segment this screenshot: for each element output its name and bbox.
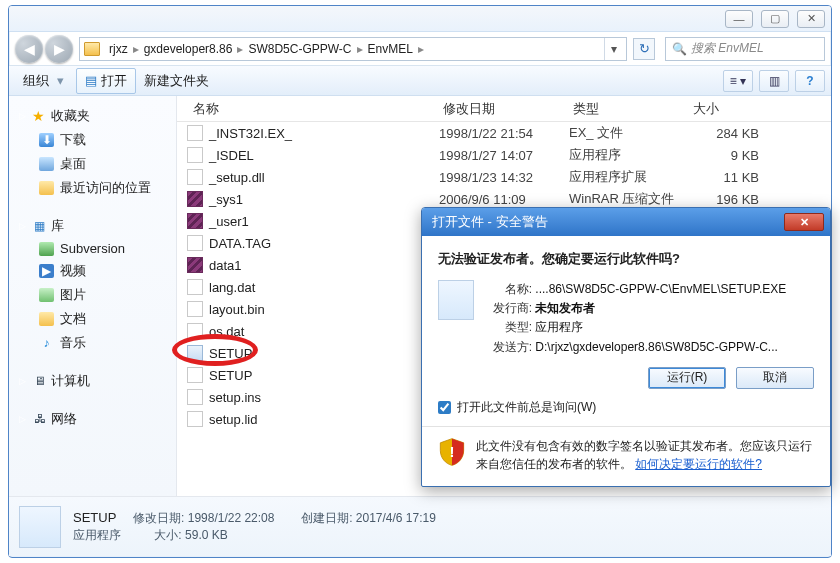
search-placeholder: 搜索 EnvMEL — [691, 40, 764, 57]
documents-icon — [39, 312, 54, 326]
address-bar[interactable]: rjxz▸ gxdeveloper8.86▸ SW8D5C-GPPW-C▸ En… — [79, 37, 627, 61]
dlg-type-value: 应用程序 — [535, 320, 583, 334]
dialog-titlebar[interactable]: 打开文件 - 安全警告 ✕ — [422, 208, 830, 236]
dlg-pub-value: 未知发布者 — [535, 301, 595, 315]
sidebar-downloads[interactable]: ⬇下载 — [9, 128, 176, 152]
crumb-rjxz[interactable]: rjxz — [106, 42, 131, 56]
sidebar-documents[interactable]: 文档 — [9, 307, 176, 331]
dlg-pub-label: 发行商: — [484, 299, 532, 318]
star-icon: ★ — [32, 108, 45, 124]
preview-pane-button[interactable]: ▥ — [759, 70, 789, 92]
file-type: WinRAR 压缩文件 — [569, 190, 689, 208]
file-icon — [187, 411, 203, 427]
col-name[interactable]: 名称 — [187, 100, 437, 118]
file-icon — [187, 279, 203, 295]
maximize-button[interactable]: ▢ — [761, 10, 789, 28]
file-size: 284 KB — [689, 126, 769, 141]
refresh-button[interactable]: ↻ — [633, 38, 655, 60]
dialog-close-button[interactable]: ✕ — [784, 213, 824, 231]
details-sizeval: 59.0 KB — [185, 528, 228, 542]
chevron-right-icon: ▸ — [131, 42, 141, 56]
run-button[interactable]: 运行(R) — [648, 367, 726, 389]
always-ask-checkbox[interactable] — [438, 401, 451, 414]
library-icon: ▦ — [32, 219, 47, 233]
new-folder-button[interactable]: 新建文件夹 — [136, 69, 217, 93]
address-dropdown[interactable]: ▾ — [604, 38, 622, 60]
cancel-button[interactable]: 取消 — [736, 367, 814, 389]
col-type[interactable]: 类型 — [567, 100, 687, 118]
details-createlabel: 创建日期: — [301, 511, 352, 525]
chevron-right-icon: ▸ — [355, 42, 365, 56]
help-button[interactable]: ? — [795, 70, 825, 92]
dlg-type-label: 类型: — [484, 318, 532, 337]
close-button[interactable]: ✕ — [797, 10, 825, 28]
always-ask-label: 打开此文件前总是询问(W) — [457, 399, 596, 416]
sidebar-subversion[interactable]: Subversion — [9, 238, 176, 259]
toolbar: 组织 ▾ ▤ 打开 新建文件夹 ≡ ▾ ▥ ? — [9, 66, 831, 96]
sidebar-music[interactable]: ♪音乐 — [9, 331, 176, 355]
file-name: _user1 — [209, 214, 439, 229]
file-icon — [187, 191, 203, 207]
file-size: 11 KB — [689, 170, 769, 185]
crumb-envmel[interactable]: EnvMEL — [365, 42, 416, 56]
dlg-name-label: 名称: — [484, 280, 532, 299]
file-row[interactable]: _ISDEL1998/1/27 14:07应用程序9 KB — [177, 144, 831, 166]
sidebar-video[interactable]: ▶视频 — [9, 259, 176, 283]
file-name: setup.lid — [209, 412, 439, 427]
sidebar-pictures[interactable]: 图片 — [9, 283, 176, 307]
forward-button[interactable]: ▶ — [45, 35, 73, 63]
file-icon — [187, 323, 203, 339]
dialog-file-icon — [438, 280, 474, 320]
download-icon: ⬇ — [39, 133, 54, 147]
svn-icon — [39, 242, 54, 256]
file-icon — [187, 257, 203, 273]
recent-icon — [39, 181, 54, 195]
file-name: os.dat — [209, 324, 439, 339]
file-type: 应用程序 — [569, 146, 689, 164]
pictures-icon — [39, 288, 54, 302]
back-button[interactable]: ◀ — [15, 35, 43, 63]
file-date: 1998/1/23 14:32 — [439, 170, 569, 185]
file-name: _ISDEL — [209, 148, 439, 163]
file-row[interactable]: _INST32I.EX_1998/1/22 21:54EX_ 文件284 KB — [177, 122, 831, 144]
file-type: EX_ 文件 — [569, 124, 689, 142]
file-icon — [187, 235, 203, 251]
col-size[interactable]: 大小 — [687, 100, 831, 118]
sidebar-recent[interactable]: 最近访问的位置 — [9, 176, 176, 200]
file-icon — [187, 213, 203, 229]
open-button[interactable]: ▤ 打开 — [76, 68, 136, 94]
search-icon: 🔍 — [672, 42, 687, 56]
computer-icon: 🖥 — [32, 374, 47, 388]
column-headers[interactable]: 名称 修改日期 类型 大小 — [177, 96, 831, 122]
sidebar-computer[interactable]: ▷🖥 计算机 — [9, 369, 176, 393]
crumb-gxdev[interactable]: gxdeveloper8.86 — [141, 42, 236, 56]
file-name: layout.bin — [209, 302, 439, 317]
sidebar-desktop[interactable]: 桌面 — [9, 152, 176, 176]
search-input[interactable]: 🔍 搜索 EnvMEL — [665, 37, 825, 61]
details-sizelabel: 大小: — [154, 528, 181, 542]
file-size: 196 KB — [689, 192, 769, 207]
sidebar-libraries[interactable]: ▷▦ 库 — [9, 214, 176, 238]
file-size: 9 KB — [689, 148, 769, 163]
file-icon — [187, 125, 203, 141]
crumb-sw8[interactable]: SW8D5C-GPPW-C — [245, 42, 354, 56]
view-options-button[interactable]: ≡ ▾ — [723, 70, 753, 92]
music-icon: ♪ — [39, 336, 54, 350]
file-name: data1 — [209, 258, 439, 273]
security-dialog: 打开文件 - 安全警告 ✕ 无法验证发布者。您确定要运行此软件吗? 名称: ..… — [421, 207, 831, 487]
dialog-warning-link[interactable]: 如何决定要运行的软件? — [635, 457, 762, 471]
svg-text:!: ! — [450, 443, 455, 460]
col-date[interactable]: 修改日期 — [437, 100, 567, 118]
file-name: SETUP — [209, 346, 439, 361]
file-date: 1998/1/22 21:54 — [439, 126, 569, 141]
details-filename: SETUP — [73, 510, 116, 525]
file-name: SETUP — [209, 368, 439, 383]
titlebar: — ▢ ✕ — [9, 6, 831, 32]
file-row[interactable]: _setup.dll1998/1/23 14:32应用程序扩展11 KB — [177, 166, 831, 188]
organize-menu[interactable]: 组织 ▾ — [15, 69, 76, 93]
minimize-button[interactable]: — — [725, 10, 753, 28]
file-icon — [187, 345, 203, 361]
file-icon — [187, 367, 203, 383]
sidebar-favorites[interactable]: ▷★收藏夹 — [9, 104, 176, 128]
sidebar-network[interactable]: ▷🖧 网络 — [9, 407, 176, 431]
